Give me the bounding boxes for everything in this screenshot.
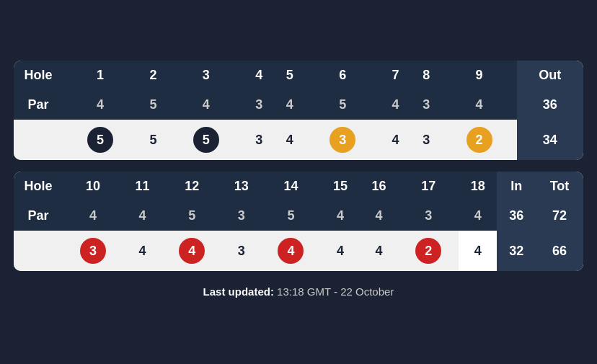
front9-score-row: 5 5 5 3 4 3 4 3 2 34 [14, 120, 583, 160]
score-badge-14: 4 [278, 238, 304, 264]
par-1: 4 [63, 90, 138, 120]
back9-card: Hole 10 11 12 13 14 15 16 17 18 In Tot P… [14, 172, 583, 271]
score-13: 3 [222, 231, 260, 271]
tot-header: Tot [536, 172, 583, 201]
score-1: 5 [63, 120, 138, 160]
score-badge-3: 5 [193, 127, 219, 153]
score-plain-5: 4 [286, 133, 293, 147]
back9-header-row: Hole 10 11 12 13 14 15 16 17 18 In Tot [14, 172, 583, 201]
front9-header-row: Hole 1 2 3 4 5 6 7 8 9 Out [14, 61, 583, 90]
par-11: 4 [123, 201, 162, 231]
par-6: 5 [305, 90, 380, 120]
par-3: 4 [169, 90, 244, 120]
front9-card: Hole 1 2 3 4 5 6 7 8 9 Out Par 4 5 4 3 4… [14, 61, 583, 160]
score-badge-1: 5 [87, 127, 113, 153]
score-label-back [14, 231, 63, 271]
par-14: 5 [261, 201, 322, 231]
par-10: 4 [63, 201, 123, 231]
par-9: 4 [442, 90, 517, 120]
last-updated-footer: Last updated: 13:18 GMT - 22 October [14, 285, 583, 303]
hole-8-header: 8 [411, 61, 442, 90]
score-16: 4 [360, 231, 398, 271]
score-3: 5 [169, 120, 244, 160]
score-7: 4 [380, 120, 411, 160]
last-updated-time: 13:18 GMT - 22 October [277, 285, 394, 298]
hole-2-header: 2 [138, 61, 169, 90]
par-18: 4 [459, 201, 497, 231]
score-plain-8: 3 [423, 133, 430, 147]
last-updated-label: Last updated: [203, 285, 274, 298]
back9-par-row: Par 4 4 5 3 5 4 4 3 4 36 72 [14, 201, 583, 231]
hole-1-header: 1 [63, 61, 138, 90]
par-16: 4 [360, 201, 398, 231]
hole-4-header: 4 [244, 61, 275, 90]
score-plain-11: 4 [139, 244, 146, 258]
score-badge-6: 3 [330, 127, 355, 153]
par-13: 3 [222, 201, 260, 231]
score-11: 4 [123, 231, 162, 271]
hole-17-header: 17 [398, 172, 459, 201]
score-plain-4: 3 [255, 133, 262, 147]
hole-label-back: Hole [14, 172, 63, 201]
hole-15-header: 15 [321, 172, 359, 201]
par-7: 4 [380, 90, 411, 120]
score-12: 4 [162, 231, 222, 271]
score-8: 3 [411, 120, 442, 160]
score-badge-17: 2 [415, 238, 441, 264]
score-badge-12: 4 [179, 238, 205, 264]
scorecard-wrapper: Hole 1 2 3 4 5 6 7 8 9 Out Par 4 5 4 3 4… [14, 61, 583, 303]
score-tot-total: 66 [536, 231, 583, 271]
par-17: 3 [398, 201, 459, 231]
score-plain-2: 5 [149, 133, 156, 147]
par-5: 4 [275, 90, 306, 120]
hole-3-header: 3 [169, 61, 244, 90]
par-8: 3 [411, 90, 442, 120]
score-10: 3 [63, 231, 123, 271]
par-12: 5 [162, 201, 222, 231]
hole-10-header: 10 [63, 172, 123, 201]
score-plain-7: 4 [392, 133, 399, 147]
front9-table: Hole 1 2 3 4 5 6 7 8 9 Out Par 4 5 4 3 4… [14, 61, 583, 160]
in-header: In [497, 172, 535, 201]
score-5: 4 [275, 120, 306, 160]
score-in-total: 32 [497, 231, 535, 271]
hole-13-header: 13 [222, 172, 260, 201]
score-6: 3 [305, 120, 380, 160]
score-2: 5 [138, 120, 169, 160]
score-plain-13: 3 [238, 244, 245, 258]
score-plain-16: 4 [376, 244, 383, 258]
par-label-front: Par [14, 90, 63, 120]
score-plain-15: 4 [337, 244, 344, 258]
score-out-total: 34 [517, 120, 583, 160]
score-15: 4 [321, 231, 359, 271]
par-label-back: Par [14, 201, 63, 231]
par-4: 3 [244, 90, 275, 120]
score-badge-9: 2 [466, 127, 492, 153]
score-label-front [14, 120, 63, 160]
par-tot-total: 72 [536, 201, 583, 231]
hole-5-header: 5 [275, 61, 306, 90]
hole-18-header: 18 [459, 172, 497, 201]
hole-16-header: 16 [360, 172, 398, 201]
back9-score-row: 3 4 4 3 4 4 4 2 4 32 66 [14, 231, 583, 271]
score-4: 3 [244, 120, 275, 160]
back9-table: Hole 10 11 12 13 14 15 16 17 18 In Tot P… [14, 172, 583, 271]
par-in-total: 36 [497, 201, 535, 231]
par-15: 4 [321, 201, 359, 231]
score-9: 2 [442, 120, 517, 160]
hole-label-front: Hole [14, 61, 63, 90]
hole-14-header: 14 [261, 172, 322, 201]
par-out-total: 36 [517, 90, 583, 120]
score-badge-10: 3 [80, 238, 106, 264]
score-17: 2 [398, 231, 459, 271]
score-18: 4 [459, 231, 497, 271]
score-14: 4 [261, 231, 322, 271]
front9-par-row: Par 4 5 4 3 4 5 4 3 4 36 [14, 90, 583, 120]
out-header: Out [517, 61, 583, 90]
hole-12-header: 12 [162, 172, 222, 201]
hole-6-header: 6 [305, 61, 380, 90]
hole-11-header: 11 [123, 172, 162, 201]
par-2: 5 [138, 90, 169, 120]
hole-7-header: 7 [380, 61, 411, 90]
hole-9-header: 9 [442, 61, 517, 90]
